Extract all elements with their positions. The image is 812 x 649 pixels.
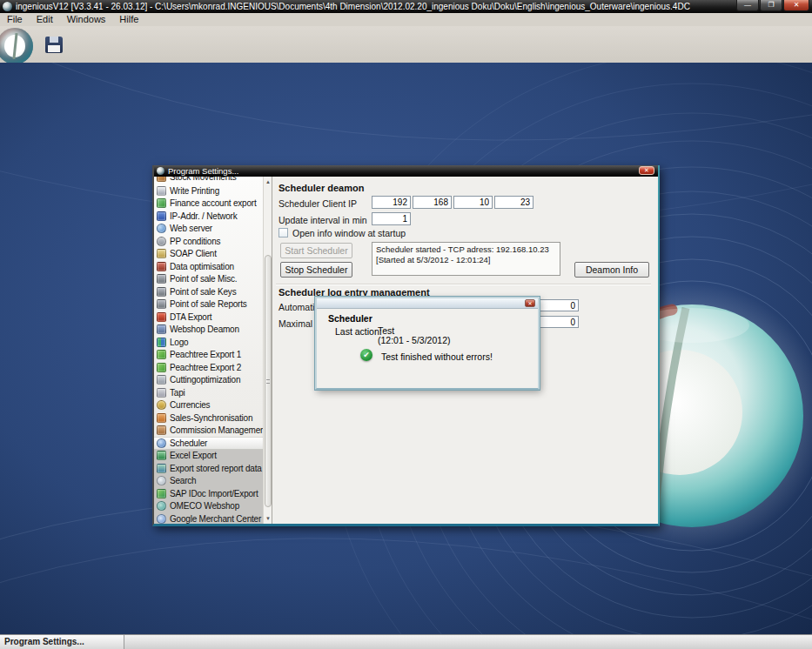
export-arrows-icon: [157, 198, 166, 208]
open-info-window-label: Open info window at startup: [292, 228, 406, 238]
update-interval-label: Update interval in min: [278, 215, 367, 225]
scroll-up-icon[interactable]: ▲: [264, 177, 272, 186]
dialog-close-button[interactable]: ✕: [639, 166, 654, 175]
section-title-scheduler-daemon: Scheduler deamon: [278, 183, 364, 193]
last-action-label: Last action:: [335, 326, 382, 337]
sidebar-item-write-printing[interactable]: Write Printing: [154, 184, 264, 197]
phone-icon: [157, 388, 166, 398]
last-action-value: Test (12:01 - 5/3/2012): [378, 326, 450, 345]
minimize-button[interactable]: —: [736, 0, 759, 11]
update-interval-input[interactable]: [372, 212, 411, 225]
status-line-1: Scheduler started - TCP adress: 192.168.…: [376, 244, 556, 255]
image-icon: [157, 338, 166, 347]
maximize-button[interactable]: ❐: [760, 0, 782, 11]
save-icon: [45, 37, 63, 53]
sidebar-item-point-of-sale-misc[interactable]: Point of sale Misc.: [154, 273, 264, 286]
scheduler-info-popup: ✕ Scheduler Last action: Test (12:01 - 5…: [315, 297, 540, 390]
database-icon: [157, 262, 166, 271]
section-divider: [276, 284, 651, 284]
daemon-info-button[interactable]: Deamon Info: [574, 262, 649, 278]
sidebar-item-peachtree-export-1[interactable]: Peachtree Export 1: [154, 349, 264, 362]
ip-octet-3-input[interactable]: [453, 196, 493, 209]
statusbar: Program Settings...: [0, 634, 812, 649]
sap-arrows-icon: [157, 489, 166, 498]
status-line-2: [Started at 5/3/2012 - 12:01:24]: [376, 255, 556, 265]
save-button[interactable]: [45, 37, 64, 54]
scrollbar-thumb[interactable]: [265, 255, 272, 507]
soap-icon: [157, 249, 166, 258]
client-ip-fields: [372, 196, 534, 209]
statusbar-tab-program-settings[interactable]: Program Settings...: [0, 635, 124, 649]
sidebar-scrollbar[interactable]: ▲ ▼: [263, 177, 272, 524]
report-export-icon: [157, 464, 166, 473]
dialog-titlebar: Program Settings... ✕: [154, 165, 658, 177]
omeco-globe-icon: [157, 501, 166, 511]
menubar: File Edit Windows Hilfe: [0, 13, 812, 26]
sync-icon: [157, 413, 166, 423]
sidebar-item-logo[interactable]: Logo: [154, 336, 264, 349]
log-row2-label: Maximal n: [278, 318, 320, 329]
clock-icon: [157, 438, 166, 448]
menu-edit[interactable]: Edit: [30, 13, 60, 26]
ip-octet-4-input[interactable]: [494, 196, 534, 209]
sidebar-item-cuttingoptimization[interactable]: Cuttingoptimization: [154, 374, 264, 387]
globe-icon: [157, 224, 166, 233]
sidebar-item-web-server[interactable]: Web server: [154, 223, 264, 236]
sidebar-item-point-of-sale-reports[interactable]: Point of sale Reports: [154, 298, 264, 311]
stop-scheduler-button[interactable]: Stop Scheduler: [280, 262, 352, 278]
scroll-down-icon[interactable]: ▼: [264, 514, 272, 523]
sidebar-item-tapi[interactable]: Tapi: [154, 386, 264, 399]
ip-octet-2-input[interactable]: [413, 196, 452, 209]
sidebar-item-scheduler[interactable]: Scheduler: [154, 437, 264, 450]
dialog-logo-icon: [157, 167, 164, 175]
sidebar-item-excel-export[interactable]: Excel Export: [154, 450, 264, 463]
ip-octet-1-input[interactable]: [372, 196, 411, 209]
scheduler-status-box: Scheduler started - TCP adress: 192.168.…: [372, 242, 560, 276]
conditions-icon: [157, 237, 166, 246]
printer-icon: [157, 186, 166, 196]
log-row1-input[interactable]: [539, 299, 579, 311]
sidebar-item-sales-synchronisation[interactable]: Sales-Synchronisation: [154, 411, 264, 425]
window-titlebar: ingeniousV12 [V3.3.41 - 26.03.12] - C:\U…: [0, 0, 812, 13]
open-info-window-checkbox[interactable]: [278, 228, 288, 238]
cash-register-icon: [157, 287, 166, 297]
sidebar-item-export-stored-report-data[interactable]: Export stored report data: [154, 462, 264, 475]
sidebar-item-ip-addr-network[interactable]: IP-Addr. / Network: [154, 210, 264, 223]
cash-register-icon: [157, 299, 166, 309]
action-time: (12:01 - 5/3/2012): [378, 336, 450, 345]
sidebar-item-stock-movements[interactable]: Stock Movements: [154, 177, 264, 184]
log-row2-input[interactable]: [539, 316, 579, 328]
sidebar-item-webshop-deamon[interactable]: Webshop Deamon: [154, 324, 264, 337]
popup-titlebar: ✕: [317, 298, 538, 309]
popup-close-button[interactable]: ✕: [525, 299, 535, 307]
recycle-arrows-icon: [157, 363, 166, 372]
close-button[interactable]: ✕: [783, 0, 809, 11]
sidebar-item-finance-account-export[interactable]: Finance account export: [154, 197, 264, 211]
coins-icon: [157, 400, 166, 410]
start-scheduler-button[interactable]: Start Scheduler: [280, 243, 352, 258]
sidebar-item-search[interactable]: Search: [154, 475, 264, 488]
spreadsheet-icon: [157, 451, 166, 460]
sidebar-item-currencies[interactable]: Currencies: [154, 399, 264, 412]
menu-hilfe[interactable]: Hilfe: [112, 13, 145, 26]
sidebar-item-point-of-sale-keys[interactable]: Point of sale Keys: [154, 285, 264, 298]
scissors-icon: [157, 375, 166, 385]
sidebar-item-peachtree-export-2[interactable]: Peachtree Export 2: [154, 361, 264, 374]
magnifier-icon: [157, 476, 166, 485]
log-row1-label: Automatic: [278, 302, 319, 312]
ingenious-logo-icon: [0, 28, 33, 64]
sidebar-item-pp-conditions[interactable]: PP conditions: [154, 235, 264, 248]
sidebar-item-soap-client[interactable]: SOAP Client: [154, 248, 264, 261]
success-check-icon: ✔: [360, 349, 372, 361]
client-ip-label: Scheduler Client IP: [278, 198, 357, 209]
sidebar-item-commission-management[interactable]: Commission Management: [154, 425, 264, 438]
sidebar-item-data-optimisation[interactable]: Data optimisation: [154, 260, 264, 273]
sidebar-item-dta-export[interactable]: DTA Export: [154, 311, 264, 324]
cash-register-icon: [157, 274, 166, 284]
sidebar-item-sap-idoc-import-export[interactable]: SAP IDoc Import/Export: [154, 487, 264, 500]
menu-windows[interactable]: Windows: [60, 13, 113, 26]
recycle-arrows-icon: [157, 350, 166, 359]
sidebar-item-google-merchant-center[interactable]: Google Merchant Center: [154, 512, 264, 524]
menu-file[interactable]: File: [0, 13, 30, 26]
sidebar-item-omeco-webshop[interactable]: OMECO Webshop: [154, 500, 264, 513]
